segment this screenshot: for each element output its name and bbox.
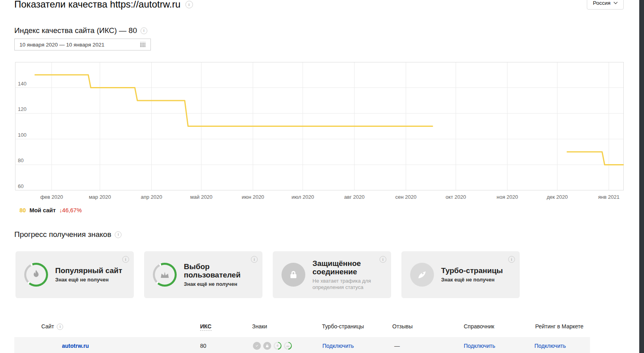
table-row: autotrw.ru 80 Подключить — Подключить По… (14, 337, 590, 353)
col-market: Рейтинг в Маркете (530, 323, 590, 330)
iks-heading: Индекс качества сайта (ИКС) — 80 (14, 26, 137, 35)
svg-text:100: 100 (18, 132, 27, 138)
badge-cards: Популярный сайт Знак ещё не получен Выбо… (15, 251, 520, 298)
chart-legend: 80 Мой сайт ↓46,67% (19, 207, 82, 213)
dark-edge-bar (639, 0, 644, 353)
svg-text:140: 140 (18, 81, 27, 87)
info-icon[interactable] (185, 1, 193, 8)
chevron-down-icon (613, 2, 618, 4)
crown-icon (159, 269, 171, 281)
badges-heading: Прогресс получения знаков (14, 230, 111, 239)
region-selector[interactable]: Россия (587, 0, 624, 10)
svg-text:60: 60 (18, 183, 23, 189)
rocket-icon (416, 269, 428, 281)
svg-text:сен 2020: сен 2020 (395, 194, 416, 200)
badge-card: Турбо-страницы Знак ещё не получен (401, 251, 520, 298)
badge-text: Популярный сайт Знак ещё не получен (55, 266, 123, 283)
col-iks-label[interactable]: ИКС (200, 323, 212, 331)
connect-market-link[interactable]: Подключить (534, 343, 566, 349)
badge-status: Знак ещё не получен (184, 281, 252, 287)
svg-text:авг 2020: авг 2020 (344, 194, 364, 200)
svg-text:ноя 2020: ноя 2020 (497, 194, 518, 200)
badge-text: Выбор пользователей Знак ещё не получен (184, 262, 252, 287)
iks-value: 80 (195, 343, 248, 349)
col-iks: ИКС (195, 323, 248, 330)
badge-progress-ring (153, 263, 177, 287)
badge-card: Популярный сайт Знак ещё не получен (15, 251, 134, 298)
info-icon[interactable] (57, 324, 63, 330)
check-icon (253, 342, 261, 350)
quality-indicators-page: Показатели качества https://autotrw.ru Р… (0, 0, 644, 353)
svg-text:фев 2020: фев 2020 (40, 194, 63, 200)
sites-table: Сайт ИКС Знаки Турбо-страницы Отзывы Спр… (14, 323, 590, 353)
market-cell: Подключить (530, 343, 590, 349)
svg-text:май 2020: май 2020 (190, 194, 212, 200)
badge-title: Выбор пользователей (184, 262, 252, 279)
date-range-input[interactable]: 10 января 2020 — 10 января 2021 (14, 39, 151, 50)
badge-card: Выбор пользователей Знак ещё не получен (144, 251, 262, 298)
col-signs: Знаки (248, 323, 318, 330)
site-cell: autotrw.ru (14, 343, 195, 349)
col-turbo: Турбо-страницы (318, 323, 389, 330)
info-icon[interactable] (122, 256, 129, 263)
svg-text:окт 2020: окт 2020 (445, 194, 466, 200)
crown-icon (284, 342, 292, 350)
badge-status: Знак ещё не получен (441, 277, 509, 283)
badge-progress-ring (282, 263, 305, 287)
svg-text:апр 2020: апр 2020 (141, 194, 162, 200)
calendar-icon (140, 42, 146, 47)
lock-icon (263, 342, 271, 350)
page-header: Показатели качества https://autotrw.ru (14, 0, 193, 10)
svg-text:80: 80 (18, 157, 23, 163)
badge-text: Защищённое соединение Не хватает трафика… (312, 259, 381, 291)
svg-text:янв 2021: янв 2021 (598, 194, 619, 200)
svg-text:июн 2020: июн 2020 (242, 194, 264, 200)
turbo-cell: Подключить (318, 343, 389, 349)
badge-title: Защищённое соединение (312, 259, 381, 276)
table-header: Сайт ИКС Знаки Турбо-страницы Отзывы Спр… (14, 323, 590, 330)
page-title: Показатели качества https://autotrw.ru (14, 0, 181, 10)
lock-icon (287, 269, 299, 281)
iks-line-chart: 6080100120140фев 2020мар 2020апр 2020май… (15, 62, 624, 202)
svg-text:июл 2020: июл 2020 (291, 194, 314, 200)
badge-title: Популярный сайт (55, 266, 123, 275)
badge-title: Турбо-страницы (441, 266, 509, 275)
directory-cell: Подключить (459, 343, 530, 349)
svg-text:дек 2020: дек 2020 (547, 194, 568, 200)
badge-card: Защищённое соединение Не хватает трафика… (273, 251, 391, 298)
badges-section-header: Прогресс получения знаков (14, 230, 121, 239)
col-reviews: Отзывы (389, 323, 459, 330)
site-link[interactable]: autotrw.ru (62, 343, 89, 349)
region-label: Россия (593, 0, 610, 6)
svg-text:120: 120 (18, 106, 27, 112)
flame-icon (30, 269, 42, 281)
iks-chart[interactable]: 6080100120140фев 2020мар 2020апр 2020май… (15, 62, 624, 202)
flame-icon (274, 342, 282, 350)
legend-series-name: Мой сайт (29, 207, 56, 213)
col-site: Сайт (14, 323, 195, 330)
badge-status: Знак ещё не получен (55, 277, 123, 283)
legend-value: 80 (19, 207, 26, 213)
badge-progress-ring (24, 263, 48, 287)
info-icon[interactable] (251, 256, 258, 263)
date-range-value: 10 января 2020 — 10 января 2021 (19, 42, 104, 48)
connect-turbo-link[interactable]: Подключить (322, 343, 354, 349)
svg-text:мар 2020: мар 2020 (89, 194, 111, 200)
signs-icons (248, 342, 318, 350)
badge-text: Турбо-страницы Знак ещё не получен (441, 266, 509, 283)
badge-progress-ring (410, 263, 434, 287)
reviews-value: — (389, 343, 459, 349)
badge-status: Не хватает трафика для определения стату… (312, 278, 381, 291)
info-icon[interactable] (380, 256, 386, 263)
iks-section-header: Индекс качества сайта (ИКС) — 80 (14, 26, 147, 35)
legend-delta: ↓46,67% (59, 207, 81, 213)
col-directory: Справочник (459, 323, 530, 330)
info-icon[interactable] (508, 256, 515, 263)
info-icon[interactable] (141, 27, 147, 34)
info-icon[interactable] (115, 231, 121, 238)
connect-directory-link[interactable]: Подключить (464, 343, 495, 349)
col-site-label: Сайт (41, 323, 54, 330)
